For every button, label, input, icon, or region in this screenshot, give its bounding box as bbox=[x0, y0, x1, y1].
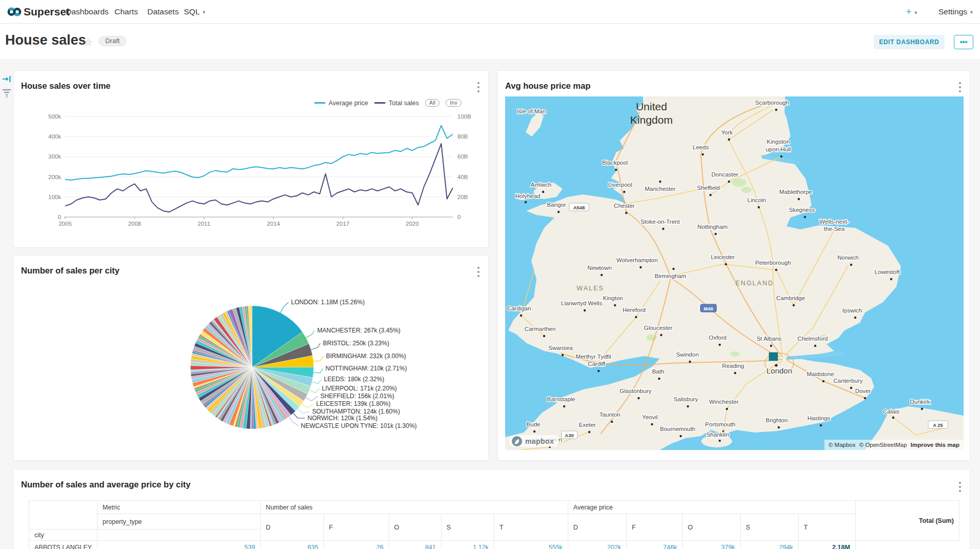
chart-menu-kebab-icon[interactable] bbox=[956, 482, 964, 494]
value-cell[interactable]: 1.12k bbox=[441, 541, 494, 549]
map-place-label: Cardigan bbox=[507, 305, 531, 311]
road-badge-label: A30 bbox=[565, 433, 573, 438]
pie-plot[interactable]: LONDON: 1.18M (15.26%)MANCHESTER: 267k (… bbox=[14, 256, 489, 461]
map-place-dot bbox=[702, 153, 704, 155]
map-canvas[interactable]: UnitedKingdomWALESENGLANDIsle of ManScar… bbox=[505, 96, 964, 450]
region-label: WALES bbox=[577, 285, 604, 292]
mapbox-logo[interactable]: mapbox bbox=[509, 435, 559, 447]
nav-charts[interactable]: Charts bbox=[114, 0, 138, 24]
column-header-D[interactable]: D bbox=[568, 514, 626, 541]
map-place-label: Calais bbox=[883, 408, 899, 415]
map-place-dot bbox=[726, 408, 728, 410]
pie-label-line bbox=[302, 404, 314, 408]
timeseries-plot[interactable]: 00100k20B200k40B300k60B400k80B500k100B20… bbox=[14, 71, 489, 248]
y-axis-left-tick: 300k bbox=[48, 153, 61, 160]
nav-datasets[interactable]: Datasets bbox=[147, 0, 179, 24]
value-cell[interactable]: 746k bbox=[626, 541, 682, 549]
attrib-osm-link[interactable]: © OpenStreetMap bbox=[859, 442, 907, 448]
map-place-label: Hereford bbox=[623, 307, 646, 313]
filter-list-icon[interactable] bbox=[2, 88, 11, 97]
map-place-label: Nottingham bbox=[698, 224, 728, 230]
pie-label-line bbox=[280, 302, 289, 313]
attrib-improve-link[interactable]: Improve this map bbox=[911, 442, 959, 448]
pivot-table-card: Number of sales and average price by cit… bbox=[13, 469, 970, 549]
chart-menu-kebab-icon[interactable] bbox=[956, 82, 964, 94]
nav-new-button[interactable]: +▼ bbox=[906, 0, 918, 24]
dashboard-more-button[interactable]: ••• bbox=[954, 35, 973, 49]
pie-slice-label: BRISTOL: 250k (3.23%) bbox=[323, 340, 389, 347]
column-header-O[interactable]: O bbox=[682, 514, 740, 541]
value-cell[interactable]: 555k bbox=[494, 541, 568, 549]
map-place-label: Sheffield bbox=[697, 185, 720, 191]
column-header-O[interactable]: O bbox=[389, 514, 441, 541]
mapbox-logo-icon bbox=[511, 436, 523, 447]
edit-dashboard-button[interactable]: EDIT DASHBOARD bbox=[874, 35, 945, 49]
column-header-T[interactable]: T bbox=[798, 514, 855, 541]
map-place-label: Doncaster bbox=[712, 171, 739, 178]
map-drawing: UnitedKingdomWALESENGLANDIsle of ManScar… bbox=[505, 96, 964, 450]
column-header-D[interactable]: D bbox=[260, 514, 323, 541]
map-place-label: Shanklin bbox=[706, 432, 729, 438]
map-place-dot bbox=[820, 424, 822, 426]
map-place-label: Leicester bbox=[711, 254, 735, 260]
pie-label-line bbox=[289, 417, 298, 426]
column-header-T[interactable]: T bbox=[494, 514, 568, 541]
value-cell[interactable]: 26 bbox=[323, 541, 389, 549]
map-place-label: Norwich bbox=[837, 254, 859, 261]
map-place-dot bbox=[563, 405, 565, 407]
value-cell[interactable]: 294k bbox=[740, 541, 798, 549]
timeseries-chart-card: House sales over time Average price Tota… bbox=[13, 70, 489, 248]
map-place-label: Scarborough bbox=[755, 100, 789, 106]
y-axis-right-tick: 40B bbox=[457, 174, 468, 180]
column-header-F[interactable]: F bbox=[626, 514, 682, 541]
road-badge-label: M40 bbox=[704, 306, 713, 311]
corner-cell bbox=[29, 501, 98, 530]
nav-dashboards[interactable]: Dashboards bbox=[66, 0, 109, 24]
brand-name[interactable]: Superset bbox=[24, 0, 70, 24]
series-line-total-sales[interactable] bbox=[65, 144, 453, 212]
superset-logo-icon[interactable] bbox=[7, 5, 22, 18]
pie-label-line bbox=[311, 343, 320, 349]
column-header-F[interactable]: F bbox=[323, 514, 389, 541]
nav-sql-menu[interactable]: SQL▼ bbox=[184, 0, 206, 24]
map-place-dot bbox=[850, 387, 852, 389]
map-place-label: Amlwch bbox=[531, 182, 551, 188]
value-cell[interactable]: 841 bbox=[389, 541, 441, 549]
nav-settings-menu[interactable]: Settings▼ bbox=[938, 0, 974, 24]
map-place-dot bbox=[662, 228, 664, 230]
map-place-dot bbox=[558, 211, 560, 213]
map-place-dot bbox=[780, 155, 782, 158]
map-place-dot bbox=[687, 405, 689, 407]
value-cell[interactable]: 635 bbox=[260, 541, 323, 549]
x-axis-label: 2011 bbox=[198, 221, 210, 227]
map-place-label: Lowestoft bbox=[874, 269, 900, 275]
y-axis-left-tick: 100k bbox=[48, 194, 61, 200]
price-marker[interactable] bbox=[769, 352, 778, 361]
green-area bbox=[731, 351, 740, 357]
map-place-label: Oxford bbox=[709, 335, 727, 341]
map-place-dot bbox=[660, 334, 662, 336]
map-place-label: Bangor bbox=[547, 202, 566, 208]
blank-cell bbox=[97, 530, 260, 541]
expand-filter-bar-icon[interactable] bbox=[2, 75, 11, 83]
attrib-mapbox-link[interactable]: © Mapbox bbox=[829, 442, 856, 448]
group-header-number-of-sales: Number of sales bbox=[260, 501, 568, 514]
map-place-label: Skegness bbox=[789, 207, 815, 213]
favorite-star-icon[interactable]: ☆ bbox=[84, 36, 92, 48]
column-header-S[interactable]: S bbox=[441, 514, 494, 541]
map-place-label: Birmingham bbox=[655, 273, 686, 279]
map-place-dot bbox=[921, 408, 923, 410]
map-place-label: Portsmouth bbox=[705, 421, 736, 427]
map-place-dot bbox=[680, 435, 682, 437]
map-place-label: Lincoln bbox=[747, 197, 766, 203]
series-line-average-price[interactable] bbox=[65, 126, 453, 180]
map-place-dot bbox=[635, 316, 637, 318]
value-cell[interactable]: 379k bbox=[682, 541, 740, 549]
map-place-dot bbox=[715, 233, 717, 235]
map-place-label: Dover bbox=[855, 388, 871, 394]
value-cell[interactable]: 202k bbox=[568, 541, 626, 549]
x-axis-label: 2014 bbox=[267, 221, 280, 227]
value-cell[interactable]: 539 bbox=[97, 541, 260, 549]
column-header-S[interactable]: S bbox=[740, 514, 798, 541]
map-place-dot bbox=[520, 315, 522, 317]
